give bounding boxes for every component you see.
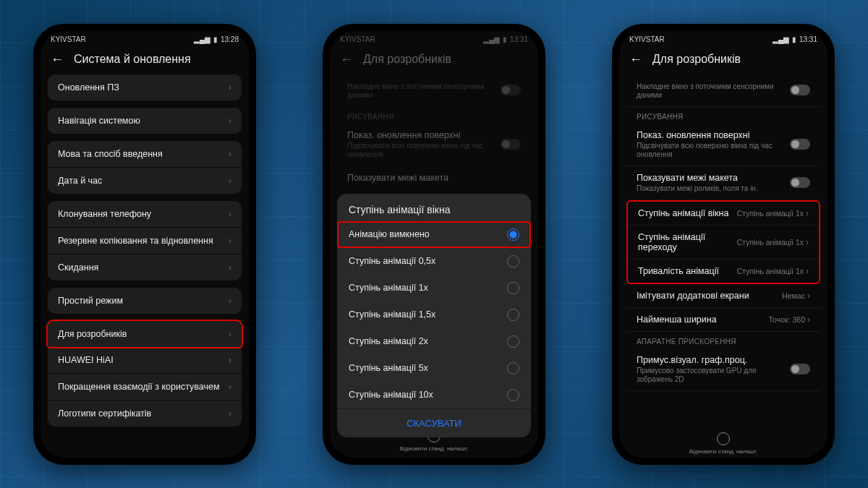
status-bar: KYIVSTAR ▂▄▆ ▮ 13:31 — [619, 31, 827, 45]
row-simple-mode[interactable]: Простий режим› — [48, 288, 242, 314]
row-developer-options[interactable]: Для розробників› — [46, 320, 243, 348]
chevron-right-icon: › — [229, 329, 231, 339]
screen-header: ← Система й оновлення — [41, 45, 249, 74]
chevron-right-icon: › — [806, 237, 809, 247]
toggle-switch[interactable] — [501, 85, 521, 95]
radio-animation-2x[interactable]: Ступінь анімації 2x — [337, 328, 531, 355]
chevron-right-icon: › — [229, 408, 231, 419]
page-title: Для розробників — [363, 53, 451, 66]
radio-animation-1x[interactable]: Ступінь анімації 1x — [337, 275, 531, 301]
battery-icon: ▮ — [792, 35, 796, 43]
back-icon[interactable]: ← — [51, 52, 64, 67]
back-icon[interactable]: ← — [629, 52, 642, 67]
radio-icon — [507, 389, 519, 401]
radio-icon — [507, 255, 519, 267]
screen-header: ← Для розробників — [619, 45, 827, 74]
row-date-time[interactable]: Дата й час› — [48, 168, 242, 194]
row-transition-animation-scale[interactable]: Ступінь анімації переходу Ступінь анімац… — [628, 226, 819, 260]
chevron-right-icon: › — [229, 382, 231, 392]
clock-label: 13:28 — [221, 35, 239, 43]
row-phone-clone[interactable]: Клонування телефону› — [48, 201, 242, 228]
status-bar: KYIVSTAR ▂▄▆ ▮ 13:28 — [41, 31, 249, 45]
battery-icon: ▮ — [213, 35, 218, 43]
chevron-right-icon: › — [807, 291, 810, 301]
row-language-input[interactable]: Мова та спосіб введення› — [48, 141, 242, 168]
status-bar: KYIVSTAR ▂▄▆ ▮ 13:31 — [330, 31, 538, 45]
phone-mockup-1: KYIVSTAR ▂▄▆ ▮ 13:28 ← Система й оновлен… — [33, 24, 256, 465]
battery-icon: ▮ — [503, 35, 507, 43]
signal-icon: ▂▄▆ — [773, 35, 789, 43]
row-surface-updates[interactable]: Показ. оновлення поверхні Підсвічувати в… — [626, 124, 820, 166]
phone-mockup-2: KYIVSTAR ▂▄▆ ▮ 13:31 ← Для розробників Н… — [323, 24, 545, 465]
row-pointer-overlay[interactable]: Накладне вікно з поточними сенсорними да… — [337, 74, 531, 107]
back-icon[interactable]: ← — [340, 52, 353, 67]
chevron-right-icon: › — [807, 314, 810, 325]
toggle-switch[interactable] — [501, 139, 521, 150]
carrier-label: KYIVSTAR — [340, 35, 375, 43]
row-backup-restore[interactable]: Резервне копіювання та відновлення› — [48, 228, 242, 254]
clock-label: 13:31 — [799, 35, 817, 43]
cancel-button[interactable]: СКАСУВАТИ — [337, 408, 531, 437]
row-window-animation-scale[interactable]: Ступінь анімації вікна Ступінь анімації … — [628, 202, 819, 226]
chevron-right-icon: › — [229, 116, 231, 126]
row-certificates[interactable]: Логотипи сертифікатів› — [48, 401, 242, 427]
row-system-navigation[interactable]: Навігація системою› — [48, 108, 242, 134]
section-drawing-label: РИСУВАННЯ — [337, 107, 531, 124]
screen-header: ← Для розробників — [330, 45, 538, 74]
screen-dev-options: KYIVSTAR ▂▄▆ ▮ 13:31 ← Для розробників Н… — [619, 31, 827, 458]
section-drawing-label: РИСУВАННЯ — [626, 107, 820, 124]
dev-options-list[interactable]: Накладне вікно з поточними сенсорними да… — [619, 74, 827, 428]
dialog-title: Ступінь анімації вікна — [337, 194, 531, 221]
radio-animation-0-5x[interactable]: Ступінь анімації 0,5x — [337, 248, 531, 275]
animation-scale-dialog: Ступінь анімації вікна Анімацію вимкнено… — [337, 194, 531, 437]
chevron-right-icon: › — [229, 355, 231, 365]
signal-icon: ▂▄▆ — [483, 35, 500, 43]
home-icon[interactable] — [717, 432, 730, 445]
radio-animation-off[interactable]: Анімацію вимкнено — [337, 221, 531, 248]
page-title: Для розробників — [652, 53, 741, 66]
chevron-right-icon: › — [229, 82, 231, 93]
chevron-right-icon: › — [229, 262, 231, 273]
phone-mockup-3: KYIVSTAR ▂▄▆ ▮ 13:31 ← Для розробників Н… — [612, 24, 835, 465]
settings-list[interactable]: Оновлення ПЗ› Навігація системою› Мова т… — [41, 74, 249, 458]
row-force-gpu[interactable]: Примус.візуал. граф.проц. Примусово заст… — [626, 348, 820, 391]
screen-system-updates: KYIVSTAR ▂▄▆ ▮ 13:28 ← Система й оновлен… — [41, 31, 249, 458]
chevron-right-icon: › — [229, 296, 231, 306]
radio-icon — [507, 309, 519, 321]
row-animator-duration-scale[interactable]: Тривалість анімації Ступінь анімації 1x› — [628, 260, 819, 283]
row-layout-bounds[interactable]: Показувати межі макета Показувати межі р… — [626, 166, 820, 200]
carrier-label: KYIVSTAR — [51, 35, 86, 43]
chevron-right-icon: › — [806, 208, 809, 218]
chevron-right-icon: › — [806, 266, 809, 276]
clock-label: 13:31 — [510, 35, 528, 43]
row-layout-bounds[interactable]: Показувати межі макета — [337, 166, 531, 190]
row-pointer-overlay[interactable]: Накладне вікно з поточними сенсорними да… — [626, 74, 820, 107]
carrier-label: KYIVSTAR — [629, 35, 665, 43]
row-surface-updates[interactable]: Показ. оновлення поверхні Підсвічувати в… — [337, 124, 531, 166]
row-huawei-hiai[interactable]: HUAWEI HiAI› — [48, 347, 242, 374]
row-software-update[interactable]: Оновлення ПЗ› — [48, 74, 242, 100]
toggle-switch[interactable] — [790, 85, 810, 95]
section-hardware-label: АПАРАТНЕ ПРИСКОРЕННЯ — [626, 332, 820, 348]
toggle-switch[interactable] — [790, 364, 810, 374]
page-title: Система й оновлення — [74, 53, 191, 66]
signal-icon: ▂▄▆ — [194, 35, 210, 43]
radio-icon — [507, 335, 519, 348]
row-smallest-width[interactable]: Найменша ширина Точок: 360› — [626, 308, 820, 332]
radio-animation-10x[interactable]: Ступінь анімації 10x — [337, 382, 531, 408]
animation-settings-group: Ступінь анімації вікна Ступінь анімації … — [626, 200, 820, 284]
toggle-switch[interactable] — [790, 177, 810, 188]
row-user-experience[interactable]: Покращення взаємодії з користувачем› — [48, 374, 242, 401]
row-reset[interactable]: Скидання› — [48, 254, 242, 281]
radio-animation-1-5x[interactable]: Ступінь анімації 1,5x — [337, 301, 531, 328]
radio-icon — [507, 362, 519, 374]
screen-dev-options-dialog: KYIVSTAR ▂▄▆ ▮ 13:31 ← Для розробників Н… — [330, 31, 538, 458]
row-simulate-screens[interactable]: Імітувати додаткові екрани Немає› — [626, 284, 820, 308]
chevron-right-icon: › — [229, 209, 231, 219]
chevron-right-icon: › — [229, 149, 231, 159]
radio-icon — [507, 282, 519, 294]
radio-animation-5x[interactable]: Ступінь анімації 5x — [337, 355, 531, 382]
chevron-right-icon: › — [229, 176, 231, 186]
toggle-switch[interactable] — [790, 139, 810, 150]
radio-icon — [507, 228, 519, 241]
